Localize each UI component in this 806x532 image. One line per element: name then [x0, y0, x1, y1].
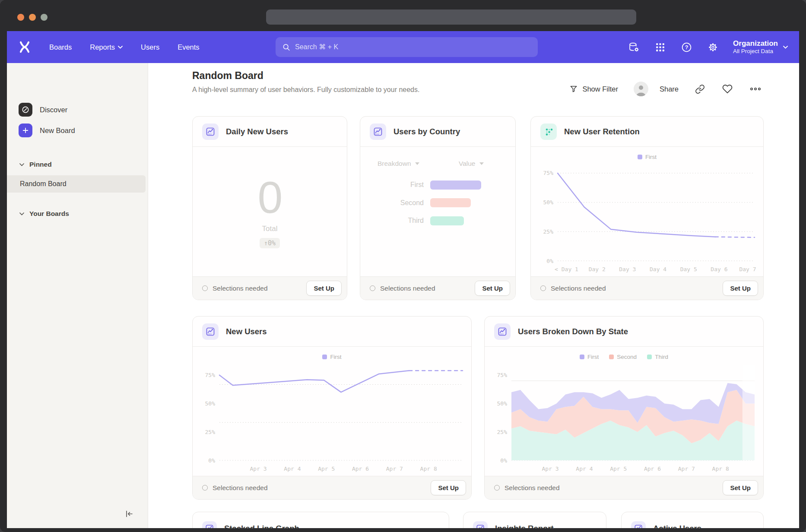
sidebar-pinned-label: Pinned — [29, 161, 52, 168]
card-header: Insights Report — [463, 512, 606, 528]
setup-button[interactable]: Set Up — [723, 480, 758, 495]
nav-item-events[interactable]: Events — [178, 43, 199, 51]
setup-button[interactable]: Set Up — [431, 480, 466, 495]
setup-button[interactable]: Set Up — [306, 281, 342, 296]
country-row: First — [360, 179, 515, 190]
apps-grid-icon[interactable] — [654, 41, 666, 53]
svg-text:50%: 50% — [497, 400, 508, 407]
copy-link-button[interactable] — [695, 84, 705, 94]
link-icon — [695, 84, 705, 94]
settings-gear-icon[interactable] — [707, 41, 719, 53]
card-stacked-line-graph: Stacked Line Graph — [192, 512, 449, 528]
address-bar[interactable] — [266, 10, 636, 25]
insights-chart-icon — [202, 323, 219, 340]
breakdown-dropdown[interactable]: Breakdown — [378, 160, 419, 168]
card-title: Insights Report — [495, 524, 554, 528]
nav-item-users[interactable]: Users — [141, 43, 159, 51]
search-input[interactable] — [295, 43, 531, 51]
setup-button[interactable]: Set Up — [723, 281, 758, 296]
org-switcher[interactable]: Organization All Project Data — [733, 39, 788, 55]
traffic-light-zoom[interactable] — [41, 14, 48, 21]
heart-icon — [722, 84, 733, 94]
card-title: Users Broken Down By State — [518, 327, 628, 336]
country-row-label: First — [360, 181, 430, 189]
sidebar-discover-label: Discover — [40, 106, 67, 114]
data-management-icon[interactable] — [628, 41, 640, 53]
sidebar-section-your-boards[interactable]: Your Boards — [7, 206, 148, 221]
nav-item-boards[interactable]: Boards — [49, 43, 72, 51]
svg-text:75%: 75% — [543, 170, 554, 176]
svg-text:Apr 8: Apr 8 — [712, 466, 729, 472]
card-header: Stacked Line Graph — [193, 512, 449, 528]
compass-icon — [19, 103, 32, 117]
country-row-label: Second — [360, 199, 430, 207]
card-users-by-country: Users by Country Breakdown Value FirstSe… — [360, 116, 516, 300]
card-insights-report: Insights Report — [463, 512, 606, 528]
show-filter-label: Show Filter — [582, 85, 618, 93]
filter-funnel-icon — [569, 85, 578, 93]
window-titlebar — [0, 0, 806, 31]
card-title: New User Retention — [564, 127, 640, 136]
favorite-button[interactable] — [722, 84, 733, 94]
sidebar-item-random-board[interactable]: Random Board — [7, 175, 146, 193]
svg-text:Apr 5: Apr 5 — [610, 466, 627, 472]
insights-chart-icon — [202, 124, 219, 140]
svg-text:Apr 3: Apr 3 — [542, 466, 559, 472]
svg-text:Apr 6: Apr 6 — [352, 466, 369, 472]
org-name: Organization — [733, 39, 778, 48]
org-scope: All Project Data — [733, 48, 778, 55]
board-main: Random Board A high-level summary of use… — [148, 63, 799, 528]
share-button[interactable]: Share — [660, 85, 679, 93]
sidebar-item-discover[interactable]: Discover — [7, 100, 148, 119]
card-header: Active Users — [622, 512, 763, 528]
traffic-light-close[interactable] — [17, 14, 24, 21]
card-footer: Selections needed Set Up — [193, 276, 347, 300]
legend-swatch — [322, 355, 327, 359]
svg-text:75%: 75% — [497, 372, 508, 378]
sidebar-collapse-button[interactable] — [123, 508, 136, 519]
chevron-down-icon — [415, 162, 419, 165]
browser-window: Boards Reports Users Events — [0, 0, 806, 532]
svg-text:Day 2: Day 2 — [589, 266, 606, 272]
card-header: New User Retention — [531, 117, 763, 147]
svg-text:25%: 25% — [205, 429, 216, 435]
sidebar: Discover New Board Pinned Random Board Y… — [7, 63, 148, 528]
sidebar-section-pinned[interactable]: Pinned — [7, 157, 148, 172]
nav-item-users-label: Users — [141, 43, 159, 51]
svg-text:25%: 25% — [497, 429, 508, 435]
status-text: Selections needed — [370, 285, 475, 292]
show-filter-button[interactable]: Show Filter — [569, 85, 618, 93]
avatar[interactable] — [634, 82, 648, 96]
card-title: Daily New Users — [226, 127, 288, 136]
empty-circle-icon — [494, 485, 500, 491]
metric-value: 0 — [258, 175, 282, 220]
legend-item: First — [322, 354, 341, 360]
svg-text:Apr 7: Apr 7 — [386, 466, 403, 472]
traffic-light-minimize[interactable] — [29, 14, 36, 21]
card-header: Daily New Users — [193, 117, 347, 147]
card-new-users: New Users First 75%50%25%0%Apr 3Apr 4Apr… — [192, 316, 472, 500]
value-dropdown[interactable]: Value — [459, 160, 484, 168]
sidebar-item-new-board[interactable]: New Board — [7, 121, 148, 140]
insights-chart-icon — [202, 521, 217, 528]
nav-item-reports-label: Reports — [90, 43, 115, 51]
global-search[interactable] — [276, 37, 538, 57]
svg-text:Day 7: Day 7 — [739, 266, 756, 272]
setup-button[interactable]: Set Up — [475, 281, 510, 296]
help-icon[interactable]: ? — [680, 41, 692, 53]
ellipsis-icon — [750, 86, 761, 92]
mixpanel-logo[interactable] — [18, 41, 31, 54]
legend-swatch — [609, 355, 614, 359]
insights-chart-icon — [631, 521, 646, 528]
plus-icon — [19, 124, 32, 137]
svg-text:Day 4: Day 4 — [650, 266, 666, 272]
chevron-down-icon — [118, 46, 123, 49]
more-options-button[interactable] — [750, 86, 761, 92]
nav-item-reports[interactable]: Reports — [90, 43, 123, 51]
svg-text:?: ? — [685, 44, 688, 51]
country-row-bar — [430, 198, 471, 207]
chevron-down-icon — [19, 163, 24, 166]
svg-text:Day 3: Day 3 — [619, 266, 636, 272]
insights-chart-icon — [494, 323, 511, 340]
svg-text:Apr 4: Apr 4 — [576, 466, 593, 472]
